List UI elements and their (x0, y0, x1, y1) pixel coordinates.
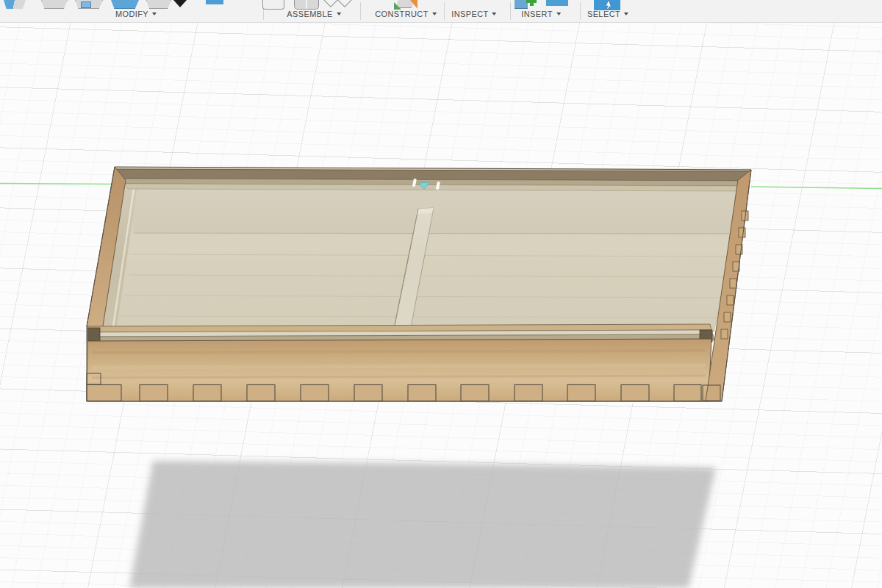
new-component-icon[interactable] (262, 0, 284, 10)
joint-icon[interactable] (294, 0, 319, 10)
toolbar-group-select[interactable]: SELECT (587, 10, 628, 18)
motion-link-icon[interactable] (324, 0, 352, 10)
toolbar-separator (580, 2, 581, 20)
toolbar-group-insert[interactable]: INSERT (521, 10, 561, 18)
chevron-down-icon (492, 12, 497, 15)
chevron-down-icon (152, 12, 157, 15)
shell-inner-icon (81, 1, 91, 8)
3d-scene (0, 22, 882, 588)
construct-plane-green-icon (394, 2, 401, 10)
insert-plus-v-icon (530, 0, 534, 6)
groove-notch-left (87, 328, 100, 341)
motion-link-left-icon (323, 0, 338, 7)
translucent-lid[interactable] (98, 184, 741, 334)
select-cursor-arrow-icon (594, 0, 620, 10)
box-model[interactable] (87, 167, 751, 401)
fillet-icon[interactable] (41, 0, 68, 9)
construct-label: CONSTRUCT (375, 10, 429, 18)
chevron-down-icon (556, 12, 561, 15)
offset-face-icon[interactable] (146, 0, 171, 9)
back-wall[interactable] (115, 167, 751, 191)
x-axis-line (751, 187, 882, 189)
assemble-label: ASSEMBLE (287, 10, 333, 18)
construct-plane-icon[interactable] (394, 0, 417, 10)
toolbar-group-assemble[interactable]: ASSEMBLE (287, 10, 341, 18)
motion-link-right-icon (337, 0, 352, 7)
press-pull-icon[interactable] (4, 0, 26, 9)
modify-label: MODIFY (115, 10, 148, 18)
dropdown-black-icon[interactable] (173, 0, 187, 7)
select-cursor-icon[interactable] (594, 0, 620, 10)
toolbar-group-construct[interactable]: CONSTRUCT (375, 10, 437, 18)
toolbar-group-modify[interactable]: MODIFY (115, 10, 157, 18)
combine-icon[interactable] (111, 0, 139, 9)
viewport-canvas[interactable] (0, 22, 882, 588)
construct-plane-orange-icon (410, 0, 417, 9)
x-axis-line (0, 184, 115, 184)
select-label: SELECT (587, 10, 620, 18)
toolbar-group-inspect[interactable]: INSPECT (451, 10, 496, 18)
chevron-down-icon (624, 12, 628, 15)
front-wall[interactable] (87, 339, 711, 401)
toolbar-separator (510, 2, 511, 20)
inspect-label: INSPECT (451, 10, 488, 18)
insert-mesh-icon[interactable] (546, 0, 568, 6)
toolbar: MODIFY ASSEMBLE CONSTRUCT INSPECT INSERT… (0, 0, 882, 23)
chevron-down-icon (337, 12, 341, 15)
change-parameters-icon[interactable] (206, 0, 223, 4)
chevron-down-icon (432, 12, 437, 15)
toolbar-separator (444, 2, 445, 20)
application-window: MODIFY ASSEMBLE CONSTRUCT INSPECT INSERT… (0, 0, 882, 588)
model-shadow (129, 461, 716, 588)
insert-derive-icon[interactable] (514, 0, 537, 10)
shell-icon[interactable] (75, 0, 103, 9)
insert-label: INSERT (521, 10, 553, 18)
toolbar-separator (360, 2, 361, 20)
